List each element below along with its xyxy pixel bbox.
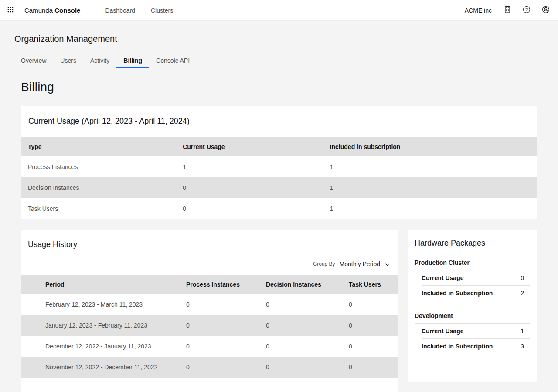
nav-links: Dashboard Clusters bbox=[97, 0, 181, 20]
hardware-packages-title: Hardware Packages bbox=[415, 239, 530, 248]
group-by-row: Group By Monthly Period bbox=[21, 249, 398, 275]
brand-product: Console bbox=[54, 7, 80, 14]
column-header-type: Type bbox=[21, 137, 176, 156]
cell-process-instances: 0 bbox=[179, 357, 259, 378]
chevron-down-icon bbox=[385, 260, 390, 267]
hw-row-value: 0 bbox=[521, 274, 524, 281]
tab-overview[interactable]: Overview bbox=[14, 54, 53, 68]
cell-spacer bbox=[21, 315, 38, 336]
help-button[interactable]: ? bbox=[517, 0, 536, 21]
column-header-decision-instances: Decision Instances bbox=[259, 275, 342, 294]
hw-row-label: Current Usage bbox=[422, 274, 463, 281]
org-name[interactable]: ACME inc bbox=[465, 7, 492, 14]
column-header-current-usage: Current Usage bbox=[176, 137, 323, 156]
cell-period: January 12, 2023 - February 11, 2023 bbox=[38, 315, 179, 336]
hw-row-label: Current Usage bbox=[422, 328, 463, 335]
cell-included: 1 bbox=[323, 198, 537, 219]
group-by-label: Group By bbox=[313, 261, 335, 267]
hw-row: Included in Subscription 2 bbox=[422, 286, 530, 301]
main-content: Organization Management Overview Users A… bbox=[0, 34, 558, 392]
billing-heading: Billing bbox=[21, 80, 537, 94]
nav-link-clusters[interactable]: Clusters bbox=[143, 0, 181, 20]
billing-content: Billing Current Usage (April 12, 2023 - … bbox=[14, 80, 544, 392]
tab-activity[interactable]: Activity bbox=[83, 54, 116, 68]
apps-grid-icon bbox=[7, 6, 14, 14]
building-icon bbox=[504, 6, 511, 15]
column-header-process-instances: Process Instances bbox=[179, 275, 259, 294]
hw-row-value: 2 bbox=[521, 290, 524, 297]
app-switcher-button[interactable] bbox=[0, 0, 21, 21]
table-row: Process Instances 1 1 bbox=[21, 156, 537, 177]
cell-spacer bbox=[21, 336, 38, 357]
table-row: Decision Instances 0 1 bbox=[21, 177, 537, 198]
cell-spacer bbox=[21, 357, 38, 378]
cell-decision-instances: 0 bbox=[259, 357, 342, 378]
cell-spacer bbox=[21, 294, 38, 315]
cell-decision-instances: 0 bbox=[259, 315, 342, 336]
group-by-value: Monthly Period bbox=[340, 260, 380, 267]
cell-task-users: 0 bbox=[342, 315, 398, 336]
hw-row-label: Included in Subscription bbox=[422, 343, 493, 350]
table-row: February 12, 2023 - March 11, 2023 0 0 0 bbox=[21, 294, 398, 315]
current-usage-table: Type Current Usage Included in subscript… bbox=[21, 137, 537, 219]
column-header-included: Included in subscription bbox=[323, 137, 537, 156]
table-row: December 12, 2022 - January 11, 2023 0 0… bbox=[21, 336, 398, 357]
hw-row: Current Usage 0 bbox=[422, 270, 530, 286]
nav-link-dashboard[interactable]: Dashboard bbox=[97, 0, 143, 20]
hw-row-label: Included in Subscription bbox=[422, 290, 493, 297]
help-icon: ? bbox=[522, 5, 531, 15]
cell-task-users: 0 bbox=[342, 336, 398, 357]
hw-section-development: Development Current Usage 1 Included in … bbox=[415, 312, 530, 354]
table-row: January 12, 2023 - February 11, 2023 0 0… bbox=[21, 315, 398, 336]
organization-button[interactable] bbox=[498, 0, 517, 21]
hw-row-value: 1 bbox=[521, 328, 524, 335]
brand-logo[interactable]: Camunda Console bbox=[24, 7, 80, 14]
column-header-spacer bbox=[21, 275, 38, 294]
nav-divider bbox=[89, 5, 89, 16]
hw-row: Included in Subscription 3 bbox=[422, 339, 530, 354]
hw-section-name: Production Cluster bbox=[415, 259, 530, 270]
cell-decision-instances: 0 bbox=[259, 336, 342, 357]
table-header-row: Period Process Instances Decision Instan… bbox=[21, 275, 398, 294]
usage-history-title: Usage History bbox=[21, 230, 398, 249]
tab-console-api[interactable]: Console API bbox=[149, 54, 197, 68]
usage-history-card: Usage History Group By Monthly Period bbox=[21, 230, 398, 392]
group-by-dropdown[interactable]: Monthly Period bbox=[339, 259, 391, 269]
tab-bar: Overview Users Activity Billing Console … bbox=[14, 54, 197, 68]
table-header-row: Type Current Usage Included in subscript… bbox=[21, 137, 537, 156]
bottom-section: Usage History Group By Monthly Period bbox=[21, 230, 537, 392]
cell-type: Decision Instances bbox=[21, 177, 176, 198]
cell-decision-instances: 0 bbox=[259, 294, 342, 315]
tab-billing[interactable]: Billing bbox=[116, 54, 149, 68]
cell-process-instances: 0 bbox=[179, 294, 259, 315]
hardware-packages-card: Hardware Packages Production Cluster Cur… bbox=[408, 230, 537, 382]
top-navbar: Camunda Console Dashboard Clusters ACME … bbox=[0, 0, 558, 21]
profile-button[interactable] bbox=[536, 0, 555, 21]
cell-period: November 12, 2022 - December 11, 2022 bbox=[38, 357, 179, 378]
hw-row-value: 3 bbox=[521, 343, 524, 350]
hw-row: Current Usage 1 bbox=[422, 324, 530, 339]
hw-section-production-cluster: Production Cluster Current Usage 0 Inclu… bbox=[415, 259, 530, 301]
table-row: Task Users 0 1 bbox=[21, 198, 537, 219]
cell-current-usage: 0 bbox=[176, 177, 323, 198]
cell-type: Process Instances bbox=[21, 156, 176, 177]
cell-process-instances: 0 bbox=[179, 336, 259, 357]
user-icon bbox=[541, 5, 550, 15]
column-header-task-users: Task Users bbox=[342, 275, 398, 294]
cell-current-usage: 1 bbox=[176, 156, 323, 177]
cell-task-users: 0 bbox=[342, 357, 398, 378]
cell-task-users: 0 bbox=[342, 294, 398, 315]
svg-text:?: ? bbox=[525, 7, 528, 12]
cell-current-usage: 0 bbox=[176, 198, 323, 219]
current-usage-title: Current Usage (April 12, 2023 - April 11… bbox=[21, 106, 537, 137]
current-usage-card: Current Usage (April 12, 2023 - April 11… bbox=[21, 106, 537, 219]
column-header-period: Period bbox=[38, 275, 179, 294]
tab-users[interactable]: Users bbox=[53, 54, 83, 68]
table-row: November 12, 2022 - December 11, 2022 0 … bbox=[21, 357, 398, 378]
cell-included: 1 bbox=[323, 177, 537, 198]
hw-section-name: Development bbox=[415, 312, 530, 324]
navbar-left: Camunda Console Dashboard Clusters bbox=[0, 0, 181, 20]
usage-history-table: Period Process Instances Decision Instan… bbox=[21, 275, 398, 378]
brand-name: Camunda bbox=[24, 7, 53, 14]
navbar-right: ACME inc ? bbox=[465, 0, 555, 21]
